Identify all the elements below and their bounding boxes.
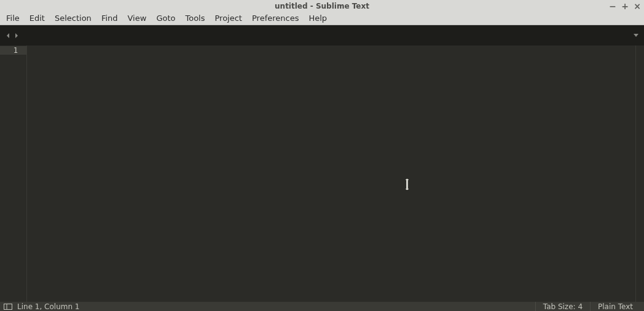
panel-switcher-icon[interactable]	[4, 304, 12, 310]
nav-back-icon[interactable]	[4, 33, 12, 39]
status-tab-size[interactable]: Tab Size: 4	[535, 302, 590, 311]
menu-goto[interactable]: Goto	[151, 12, 180, 24]
status-syntax[interactable]: Plain Text	[590, 302, 640, 311]
line-number-gutter: 1	[0, 45, 27, 302]
window-controls: − + ×	[608, 0, 642, 12]
statusbar: Line 1, Column 1 Tab Size: 4 Plain Text	[0, 302, 644, 311]
code-area[interactable]	[27, 45, 635, 302]
menu-preferences[interactable]: Preferences	[247, 12, 304, 24]
tabbar	[0, 25, 644, 45]
menu-selection[interactable]: Selection	[50, 12, 96, 24]
menu-edit[interactable]: Edit	[25, 12, 50, 24]
titlebar: untitled - Sublime Text − + ×	[0, 0, 644, 12]
menu-tools[interactable]: Tools	[180, 12, 210, 24]
close-icon[interactable]: ×	[633, 1, 642, 11]
text-cursor-icon	[407, 179, 407, 189]
menu-find[interactable]: Find	[96, 12, 123, 24]
maximize-icon[interactable]: +	[621, 1, 629, 11]
menubar: File Edit Selection Find View Goto Tools…	[0, 12, 644, 25]
window-title: untitled - Sublime Text	[275, 2, 369, 10]
nav-forward-icon[interactable]	[12, 33, 21, 39]
menu-project[interactable]: Project	[210, 12, 246, 24]
line-number: 1	[0, 46, 26, 55]
status-position[interactable]: Line 1, Column 1	[17, 302, 535, 311]
menu-help[interactable]: Help	[304, 12, 332, 24]
minimize-icon[interactable]: −	[608, 1, 617, 11]
svg-rect-0	[4, 304, 12, 309]
tab-menu-dropdown-icon[interactable]	[633, 33, 639, 38]
minimap-scrollbar[interactable]	[635, 45, 644, 302]
menu-file[interactable]: File	[1, 12, 25, 24]
editor-area: 1	[0, 45, 644, 302]
menu-view[interactable]: View	[123, 12, 152, 24]
